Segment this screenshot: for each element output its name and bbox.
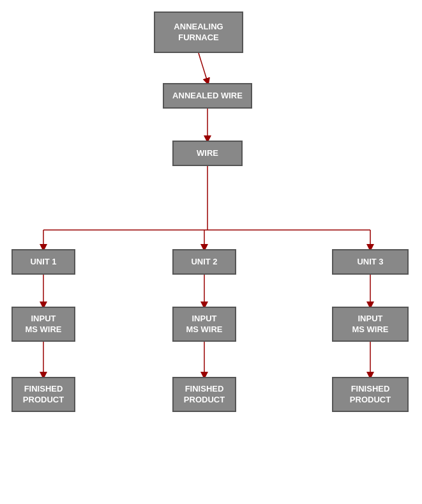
annealed-wire-box: ANNEALED WIRE [163,83,252,109]
unit1-box: UNIT 1 [11,249,75,275]
finished-product-2-label: FINISHEDPRODUCT [184,384,225,406]
finished-product-1-box: FINISHEDPRODUCT [11,377,75,412]
input-ms-wire-2-label: INPUTMS WIRE [186,314,222,335]
finished-product-1-label: FINISHEDPRODUCT [23,384,64,406]
wire-box: WIRE [172,141,243,166]
input-ms-wire-3-label: INPUTMS WIRE [352,314,388,335]
unit3-label: UNIT 3 [357,257,383,268]
diagram: ANNEALING FURNACE ANNEALED WIRE WIRE UNI… [0,0,422,504]
input-ms-wire-3-box: INPUTMS WIRE [332,307,409,342]
unit2-label: UNIT 2 [191,257,217,268]
unit1-label: UNIT 1 [30,257,56,268]
annealed-wire-label: ANNEALED WIRE [172,91,243,102]
finished-product-3-box: FINISHEDPRODUCT [332,377,409,412]
wire-label: WIRE [197,148,218,159]
input-ms-wire-1-box: INPUTMS WIRE [11,307,75,342]
annealing-furnace-label: ANNEALING FURNACE [159,22,238,43]
svg-line-0 [199,53,207,82]
finished-product-3-label: FINISHEDPRODUCT [350,384,391,406]
annealing-furnace-box: ANNEALING FURNACE [154,11,243,53]
finished-product-2-box: FINISHEDPRODUCT [172,377,236,412]
unit2-box: UNIT 2 [172,249,236,275]
input-ms-wire-1-label: INPUTMS WIRE [25,314,61,335]
unit3-box: UNIT 3 [332,249,409,275]
input-ms-wire-2-box: INPUTMS WIRE [172,307,236,342]
